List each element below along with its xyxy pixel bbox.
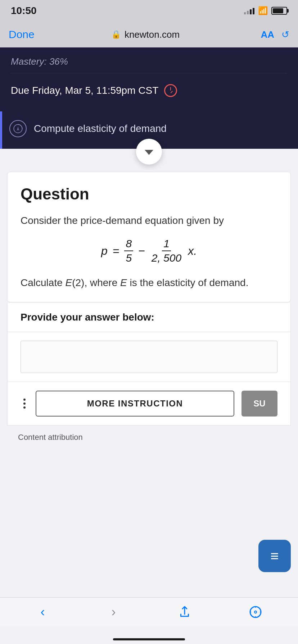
wifi-icon: 📶 (258, 6, 268, 15)
topic-icon (9, 120, 27, 137)
chat-button[interactable]: ≡ (258, 540, 291, 572)
share-button[interactable] (172, 601, 197, 623)
signal-icon (244, 7, 254, 14)
more-options-button[interactable] (21, 396, 28, 411)
formula-lhs: p (101, 244, 108, 258)
back-arrow-icon: ‹ (41, 604, 45, 620)
battery-icon (271, 7, 287, 15)
formula-variable: x. (188, 244, 197, 258)
topic-text: Compute elasticity of demand (34, 123, 167, 134)
frac1-numerator: 8 (124, 238, 133, 251)
due-date-text: Due Friday, Mar 5, 11:59pm CST (11, 85, 158, 96)
status-time: 10:50 (11, 5, 37, 17)
refresh-button[interactable]: ↺ (281, 29, 289, 40)
compass-button[interactable] (243, 601, 268, 623)
mastery-text: Mastery: 36% (11, 56, 287, 73)
status-icons: 📶 (244, 6, 287, 15)
collapse-button[interactable] (136, 139, 162, 165)
formula: p = 8 5 − 1 2, 500 x. (101, 238, 197, 263)
attribution-text: Content attribution (18, 433, 83, 442)
dark-header: Mastery: 36% Due Friday, Mar 5, 11:59pm … (0, 47, 298, 149)
share-icon (178, 606, 191, 618)
input-section (7, 332, 291, 382)
calculate-text: Calculate E(2), where E is the elasticit… (21, 275, 277, 291)
forward-arrow-icon: › (112, 604, 116, 620)
url-text: knewton.com (125, 29, 180, 40)
clock-icon (164, 84, 177, 97)
answer-input[interactable] (21, 341, 277, 373)
svg-point-2 (250, 607, 261, 617)
content-area: Question Consider the price-demand equat… (0, 172, 298, 449)
home-indicator (113, 638, 185, 640)
answer-section: Provide your answer below: (7, 303, 291, 332)
frac2-denominator: 2, 500 (150, 251, 183, 263)
action-bar: MORE INSTRUCTION SU (7, 382, 291, 426)
more-instruction-button[interactable]: MORE INSTRUCTION (36, 391, 234, 417)
status-bar: 10:50 📶 (0, 0, 298, 22)
url-bar[interactable]: 🔒 knewton.com (45, 29, 246, 40)
svg-point-3 (254, 611, 257, 613)
provide-text: Provide your answer below: (21, 312, 154, 323)
done-button[interactable]: Done (9, 28, 37, 41)
question-title: Question (21, 185, 277, 203)
text-size-button[interactable]: AA (261, 29, 274, 40)
frac1-denominator: 5 (124, 251, 133, 263)
frac2-numerator: 1 (162, 238, 171, 251)
submit-button[interactable]: SU (241, 391, 277, 417)
formula-minus: − (138, 244, 145, 258)
question-intro: Consider the price-demand equation given… (21, 213, 277, 228)
due-date-row: Due Friday, Mar 5, 11:59pm CST (11, 73, 287, 111)
lock-icon: 🔒 (111, 30, 121, 39)
svg-marker-1 (17, 126, 19, 131)
chat-icon: ≡ (270, 548, 279, 564)
forward-button[interactable]: › (101, 601, 126, 623)
chevron-container (0, 139, 298, 165)
chevron-down-icon (145, 150, 153, 155)
compass-icon (249, 606, 262, 618)
question-card: Question Consider the price-demand equat… (7, 172, 291, 302)
content-attribution: Content attribution (7, 426, 291, 449)
back-button[interactable]: ‹ (30, 601, 55, 623)
bottom-nav: ‹ › (0, 597, 298, 626)
formula-container: p = 8 5 − 1 2, 500 x. (21, 238, 277, 263)
browser-actions: AA ↺ (253, 29, 289, 40)
browser-bar: Done 🔒 knewton.com AA ↺ (0, 22, 298, 47)
fraction-1: 8 5 (124, 238, 133, 263)
fraction-2: 1 2, 500 (150, 238, 183, 263)
formula-equals: = (113, 244, 119, 258)
